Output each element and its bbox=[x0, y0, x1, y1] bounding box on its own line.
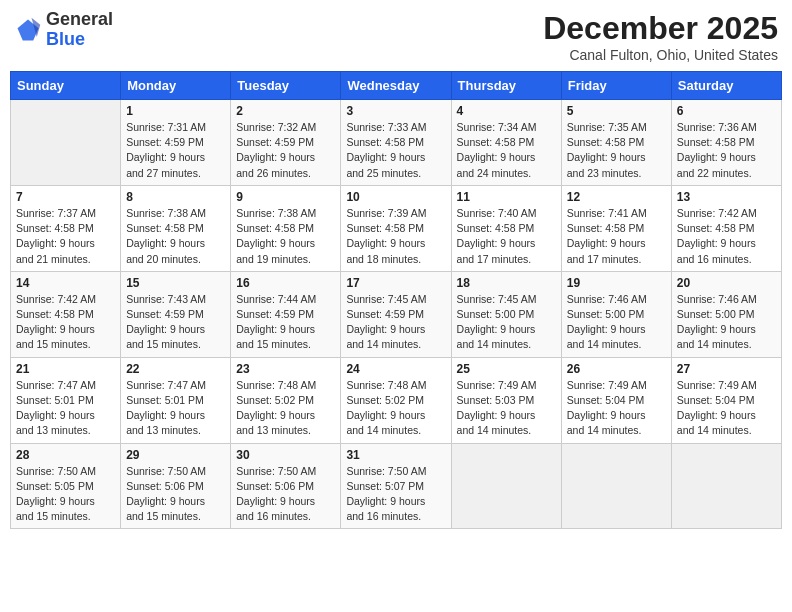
day-info: Sunrise: 7:49 AMSunset: 5:04 PMDaylight:… bbox=[677, 378, 776, 439]
calendar-week-row: 1Sunrise: 7:31 AMSunset: 4:59 PMDaylight… bbox=[11, 100, 782, 186]
day-info: Sunrise: 7:39 AMSunset: 4:58 PMDaylight:… bbox=[346, 206, 445, 267]
day-info: Sunrise: 7:41 AMSunset: 4:58 PMDaylight:… bbox=[567, 206, 666, 267]
day-number: 13 bbox=[677, 190, 776, 204]
day-info: Sunrise: 7:50 AMSunset: 5:07 PMDaylight:… bbox=[346, 464, 445, 525]
day-info: Sunrise: 7:43 AMSunset: 4:59 PMDaylight:… bbox=[126, 292, 225, 353]
calendar-cell: 30Sunrise: 7:50 AMSunset: 5:06 PMDayligh… bbox=[231, 443, 341, 529]
calendar-cell: 15Sunrise: 7:43 AMSunset: 4:59 PMDayligh… bbox=[121, 271, 231, 357]
calendar-week-row: 14Sunrise: 7:42 AMSunset: 4:58 PMDayligh… bbox=[11, 271, 782, 357]
calendar-cell: 4Sunrise: 7:34 AMSunset: 4:58 PMDaylight… bbox=[451, 100, 561, 186]
day-info: Sunrise: 7:45 AMSunset: 5:00 PMDaylight:… bbox=[457, 292, 556, 353]
day-header-sunday: Sunday bbox=[11, 72, 121, 100]
day-number: 2 bbox=[236, 104, 335, 118]
calendar-cell: 27Sunrise: 7:49 AMSunset: 5:04 PMDayligh… bbox=[671, 357, 781, 443]
page-header: General Blue December 2025 Canal Fulton,… bbox=[10, 10, 782, 63]
day-info: Sunrise: 7:44 AMSunset: 4:59 PMDaylight:… bbox=[236, 292, 335, 353]
day-number: 12 bbox=[567, 190, 666, 204]
day-header-saturday: Saturday bbox=[671, 72, 781, 100]
day-info: Sunrise: 7:49 AMSunset: 5:03 PMDaylight:… bbox=[457, 378, 556, 439]
day-info: Sunrise: 7:32 AMSunset: 4:59 PMDaylight:… bbox=[236, 120, 335, 181]
calendar-cell: 7Sunrise: 7:37 AMSunset: 4:58 PMDaylight… bbox=[11, 185, 121, 271]
day-number: 31 bbox=[346, 448, 445, 462]
logo: General Blue bbox=[14, 10, 113, 50]
day-number: 16 bbox=[236, 276, 335, 290]
day-info: Sunrise: 7:45 AMSunset: 4:59 PMDaylight:… bbox=[346, 292, 445, 353]
logo-text: General Blue bbox=[46, 10, 113, 50]
calendar-cell: 6Sunrise: 7:36 AMSunset: 4:58 PMDaylight… bbox=[671, 100, 781, 186]
calendar-cell: 13Sunrise: 7:42 AMSunset: 4:58 PMDayligh… bbox=[671, 185, 781, 271]
day-number: 29 bbox=[126, 448, 225, 462]
calendar-cell: 19Sunrise: 7:46 AMSunset: 5:00 PMDayligh… bbox=[561, 271, 671, 357]
calendar-table: SundayMondayTuesdayWednesdayThursdayFrid… bbox=[10, 71, 782, 529]
calendar-cell: 8Sunrise: 7:38 AMSunset: 4:58 PMDaylight… bbox=[121, 185, 231, 271]
day-info: Sunrise: 7:42 AMSunset: 4:58 PMDaylight:… bbox=[677, 206, 776, 267]
day-number: 27 bbox=[677, 362, 776, 376]
calendar-cell: 17Sunrise: 7:45 AMSunset: 4:59 PMDayligh… bbox=[341, 271, 451, 357]
day-info: Sunrise: 7:38 AMSunset: 4:58 PMDaylight:… bbox=[126, 206, 225, 267]
day-number: 18 bbox=[457, 276, 556, 290]
day-header-monday: Monday bbox=[121, 72, 231, 100]
day-number: 3 bbox=[346, 104, 445, 118]
calendar-header-row: SundayMondayTuesdayWednesdayThursdayFrid… bbox=[11, 72, 782, 100]
calendar-cell: 23Sunrise: 7:48 AMSunset: 5:02 PMDayligh… bbox=[231, 357, 341, 443]
day-info: Sunrise: 7:37 AMSunset: 4:58 PMDaylight:… bbox=[16, 206, 115, 267]
location-text: Canal Fulton, Ohio, United States bbox=[543, 47, 778, 63]
day-info: Sunrise: 7:48 AMSunset: 5:02 PMDaylight:… bbox=[236, 378, 335, 439]
calendar-cell: 25Sunrise: 7:49 AMSunset: 5:03 PMDayligh… bbox=[451, 357, 561, 443]
calendar-cell: 16Sunrise: 7:44 AMSunset: 4:59 PMDayligh… bbox=[231, 271, 341, 357]
calendar-cell: 20Sunrise: 7:46 AMSunset: 5:00 PMDayligh… bbox=[671, 271, 781, 357]
day-number: 6 bbox=[677, 104, 776, 118]
day-header-tuesday: Tuesday bbox=[231, 72, 341, 100]
month-title: December 2025 bbox=[543, 10, 778, 47]
day-info: Sunrise: 7:42 AMSunset: 4:58 PMDaylight:… bbox=[16, 292, 115, 353]
day-number: 23 bbox=[236, 362, 335, 376]
calendar-cell: 31Sunrise: 7:50 AMSunset: 5:07 PMDayligh… bbox=[341, 443, 451, 529]
day-number: 15 bbox=[126, 276, 225, 290]
calendar-week-row: 7Sunrise: 7:37 AMSunset: 4:58 PMDaylight… bbox=[11, 185, 782, 271]
logo-icon bbox=[14, 16, 42, 44]
calendar-cell: 5Sunrise: 7:35 AMSunset: 4:58 PMDaylight… bbox=[561, 100, 671, 186]
day-info: Sunrise: 7:40 AMSunset: 4:58 PMDaylight:… bbox=[457, 206, 556, 267]
calendar-cell bbox=[451, 443, 561, 529]
calendar-cell bbox=[671, 443, 781, 529]
day-number: 17 bbox=[346, 276, 445, 290]
day-header-friday: Friday bbox=[561, 72, 671, 100]
day-number: 21 bbox=[16, 362, 115, 376]
calendar-cell bbox=[561, 443, 671, 529]
day-number: 30 bbox=[236, 448, 335, 462]
calendar-cell: 2Sunrise: 7:32 AMSunset: 4:59 PMDaylight… bbox=[231, 100, 341, 186]
calendar-cell: 11Sunrise: 7:40 AMSunset: 4:58 PMDayligh… bbox=[451, 185, 561, 271]
day-info: Sunrise: 7:36 AMSunset: 4:58 PMDaylight:… bbox=[677, 120, 776, 181]
day-info: Sunrise: 7:48 AMSunset: 5:02 PMDaylight:… bbox=[346, 378, 445, 439]
day-number: 14 bbox=[16, 276, 115, 290]
calendar-cell: 22Sunrise: 7:47 AMSunset: 5:01 PMDayligh… bbox=[121, 357, 231, 443]
day-number: 9 bbox=[236, 190, 335, 204]
day-info: Sunrise: 7:49 AMSunset: 5:04 PMDaylight:… bbox=[567, 378, 666, 439]
day-info: Sunrise: 7:47 AMSunset: 5:01 PMDaylight:… bbox=[126, 378, 225, 439]
calendar-cell: 14Sunrise: 7:42 AMSunset: 4:58 PMDayligh… bbox=[11, 271, 121, 357]
day-number: 26 bbox=[567, 362, 666, 376]
calendar-cell: 28Sunrise: 7:50 AMSunset: 5:05 PMDayligh… bbox=[11, 443, 121, 529]
day-number: 4 bbox=[457, 104, 556, 118]
calendar-cell: 21Sunrise: 7:47 AMSunset: 5:01 PMDayligh… bbox=[11, 357, 121, 443]
day-number: 20 bbox=[677, 276, 776, 290]
logo-general-text: General bbox=[46, 9, 113, 29]
day-number: 28 bbox=[16, 448, 115, 462]
day-info: Sunrise: 7:50 AMSunset: 5:05 PMDaylight:… bbox=[16, 464, 115, 525]
day-number: 22 bbox=[126, 362, 225, 376]
day-info: Sunrise: 7:47 AMSunset: 5:01 PMDaylight:… bbox=[16, 378, 115, 439]
calendar-cell bbox=[11, 100, 121, 186]
day-info: Sunrise: 7:33 AMSunset: 4:58 PMDaylight:… bbox=[346, 120, 445, 181]
day-info: Sunrise: 7:46 AMSunset: 5:00 PMDaylight:… bbox=[567, 292, 666, 353]
day-header-thursday: Thursday bbox=[451, 72, 561, 100]
calendar-cell: 3Sunrise: 7:33 AMSunset: 4:58 PMDaylight… bbox=[341, 100, 451, 186]
day-info: Sunrise: 7:50 AMSunset: 5:06 PMDaylight:… bbox=[236, 464, 335, 525]
calendar-cell: 26Sunrise: 7:49 AMSunset: 5:04 PMDayligh… bbox=[561, 357, 671, 443]
calendar-week-row: 28Sunrise: 7:50 AMSunset: 5:05 PMDayligh… bbox=[11, 443, 782, 529]
calendar-cell: 29Sunrise: 7:50 AMSunset: 5:06 PMDayligh… bbox=[121, 443, 231, 529]
logo-blue-text: Blue bbox=[46, 29, 85, 49]
day-info: Sunrise: 7:38 AMSunset: 4:58 PMDaylight:… bbox=[236, 206, 335, 267]
day-info: Sunrise: 7:35 AMSunset: 4:58 PMDaylight:… bbox=[567, 120, 666, 181]
day-info: Sunrise: 7:46 AMSunset: 5:00 PMDaylight:… bbox=[677, 292, 776, 353]
day-number: 10 bbox=[346, 190, 445, 204]
